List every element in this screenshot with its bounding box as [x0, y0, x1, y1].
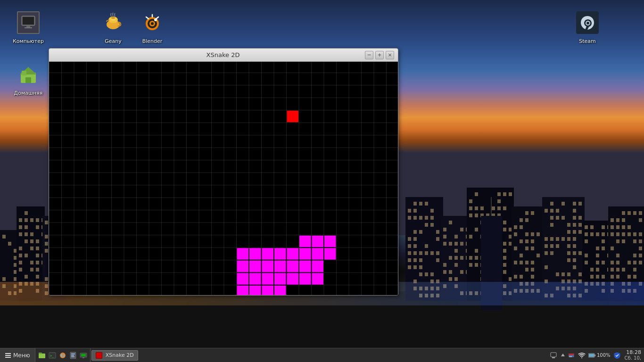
svg-rect-43	[569, 354, 574, 355]
svg-rect-46	[594, 354, 595, 356]
desktop-icon-steam[interactable]: Steam	[569, 9, 606, 47]
desktop-icon-geany[interactable]: Geany	[94, 9, 132, 47]
menu-icon	[5, 352, 11, 359]
svg-rect-24	[5, 355, 11, 356]
quick-filemanager-icon[interactable]	[37, 351, 47, 360]
taskbar-apps: XSnake 2D	[91, 348, 139, 362]
quick-editor-icon[interactable]	[68, 351, 78, 360]
svg-rect-1	[23, 17, 34, 25]
svg-rect-19	[22, 71, 26, 75]
window-titlebar: XSnake 2D − + ×	[49, 49, 398, 62]
svg-rect-2	[26, 26, 30, 27]
svg-marker-41	[561, 354, 565, 356]
svg-rect-23	[5, 353, 11, 354]
quick-terminal-icon[interactable]: >_	[48, 351, 57, 360]
svg-rect-7	[111, 17, 115, 19]
xsnake-window: XSnake 2D − + ×	[49, 48, 398, 296]
wifi-icon[interactable]	[578, 352, 586, 359]
svg-line-14	[156, 17, 158, 19]
security-icon[interactable]	[613, 352, 621, 359]
xsnake-app-icon	[96, 352, 102, 359]
svg-rect-18	[25, 77, 31, 83]
svg-rect-26	[39, 354, 45, 358]
taskbar: Меню >_	[0, 348, 644, 362]
desktop-icon-blender[interactable]: Blender	[133, 9, 171, 47]
svg-point-22	[586, 22, 589, 25]
home-icon-label: Домашняя	[14, 90, 43, 96]
svg-rect-37	[81, 354, 86, 356]
taskbar-xsnake-button[interactable]: XSnake 2D	[91, 350, 138, 361]
maximize-button[interactable]: +	[375, 51, 384, 59]
svg-rect-47	[589, 354, 594, 357]
start-label: Меню	[13, 352, 30, 359]
svg-rect-39	[551, 353, 556, 357]
xsnake-taskbar-label: XSnake 2D	[106, 352, 134, 358]
quick-firefox-icon[interactable]	[58, 351, 67, 360]
game-area[interactable]	[49, 62, 398, 296]
svg-text:>_: >_	[50, 354, 54, 358]
quick-system-icon[interactable]	[79, 351, 88, 360]
svg-rect-34	[71, 355, 74, 356]
svg-rect-35	[71, 356, 74, 357]
desktop-icon-computer[interactable]: Компьютер	[9, 9, 47, 47]
quick-launch-bar: >_	[35, 348, 91, 362]
datetime-display[interactable]: 18:28 Сб. 10,	[625, 349, 641, 361]
svg-text:EN: EN	[569, 355, 572, 357]
svg-rect-25	[5, 357, 11, 358]
blender-icon-label: Blender	[142, 38, 163, 44]
svg-line-15	[146, 17, 149, 19]
close-button[interactable]: ×	[386, 51, 394, 59]
minimize-button[interactable]: −	[365, 51, 373, 59]
start-menu-button[interactable]: Меню	[0, 348, 35, 362]
date-display: Сб. 10,	[625, 355, 641, 361]
geany-icon-label: Geany	[105, 38, 122, 44]
system-tray: EN 100%	[547, 348, 644, 362]
svg-rect-3	[25, 27, 32, 28]
computer-icon-label: Компьютер	[13, 38, 44, 44]
desktop-icon-home[interactable]: Домашняя	[9, 61, 47, 99]
game-canvas	[49, 62, 398, 296]
svg-rect-27	[39, 353, 42, 354]
window-controls: − + ×	[365, 51, 394, 59]
notification-tray-icon[interactable]	[559, 352, 567, 359]
time-display: 18:28	[626, 349, 641, 355]
show-desktop-icon[interactable]	[550, 352, 557, 359]
battery-icon[interactable]: 100%	[587, 352, 611, 359]
svg-rect-40	[552, 357, 555, 358]
keyboard-layout-icon[interactable]: EN	[569, 352, 576, 359]
svg-rect-38	[83, 357, 84, 358]
desktop: Компьютер Geany	[0, 0, 644, 362]
steam-icon-label: Steam	[579, 38, 596, 44]
svg-point-11	[151, 22, 154, 25]
battery-percent: 100%	[597, 353, 611, 358]
svg-rect-33	[71, 354, 75, 354]
window-title: XSnake 2D	[81, 51, 365, 58]
